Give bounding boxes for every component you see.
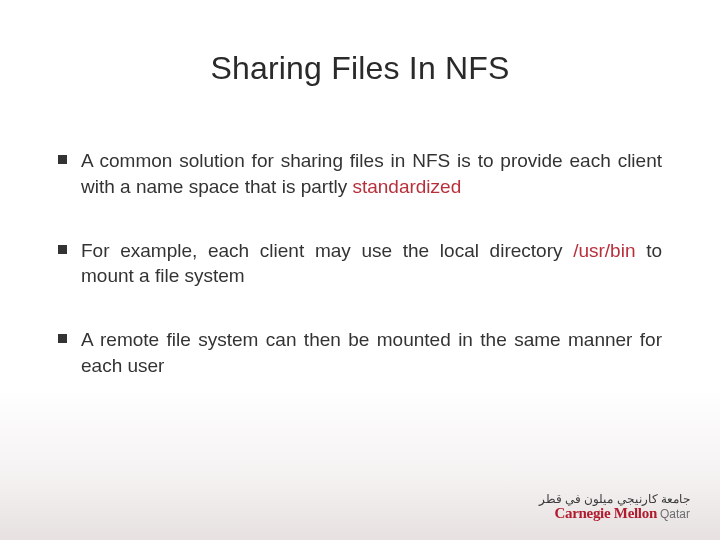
footer-logo: جامعة كارنيجي ميلون في قطر Carnegie Mell… xyxy=(539,493,690,522)
bullet-marker-icon xyxy=(58,245,67,254)
bullet-text-pre: A remote file system can then be mounted… xyxy=(81,329,662,376)
slide: Sharing Files In NFS A common solution f… xyxy=(0,0,720,540)
slide-content: A common solution for sharing files in N… xyxy=(58,148,662,417)
logo-english-row: Carnegie MellonQatar xyxy=(539,505,690,522)
bullet-item: A common solution for sharing files in N… xyxy=(58,148,662,200)
bullet-text-em: standardized xyxy=(352,176,461,197)
logo-qatar: Qatar xyxy=(660,507,690,521)
bullet-item: For example, each client may use the loc… xyxy=(58,238,662,290)
bullet-marker-icon xyxy=(58,334,67,343)
logo-arabic: جامعة كارنيجي ميلون في قطر xyxy=(539,493,690,506)
logo-english: Carnegie Mellon xyxy=(554,505,657,521)
bullet-text: A remote file system can then be mounted… xyxy=(81,327,662,379)
bullet-marker-icon xyxy=(58,155,67,164)
bullet-text-pre: For example, each client may use the loc… xyxy=(81,240,573,261)
slide-title: Sharing Files In NFS xyxy=(0,50,720,87)
bullet-text: A common solution for sharing files in N… xyxy=(81,148,662,200)
bullet-text-em: /usr/bin xyxy=(573,240,635,261)
bullet-text: For example, each client may use the loc… xyxy=(81,238,662,290)
bullet-item: A remote file system can then be mounted… xyxy=(58,327,662,379)
